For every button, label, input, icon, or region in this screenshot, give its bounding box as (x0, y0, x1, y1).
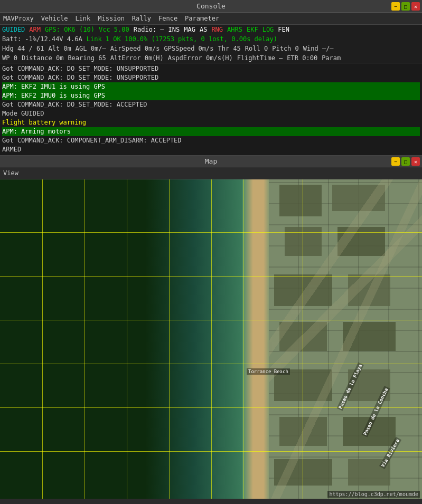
status-row-3: Hdg 44 / 61 Alt 0m AGL 0m/— AirSpeed 0m/… (0, 44, 422, 53)
map-minimize-button[interactable]: − (391, 157, 400, 166)
mag-status: MAG (184, 26, 195, 33)
bearing: Bearing 65 (68, 54, 106, 62)
menu-mission[interactable]: Mission (98, 15, 125, 22)
map-window: Map − □ ✕ View (0, 156, 422, 499)
ekf-status: EKF (247, 26, 258, 33)
status-area: GUIDED ARM GPS: OK6 (10) Vcc 5.00 Radio:… (0, 25, 422, 63)
status-row-2: Batt: -1%/12.44V 4.6A Link 1 OK 100.0% (… (0, 34, 422, 44)
log-status: LOG (262, 26, 274, 33)
radio-status: Radio: — (134, 26, 164, 33)
as-status: AS (200, 26, 207, 33)
map-title-bar: Map − □ ✕ (0, 156, 422, 167)
console-close-button[interactable]: ✕ (411, 2, 420, 11)
status-row-4: WP 0 Distance 0m Bearing 65 AltError 0m(… (0, 53, 422, 63)
ahrs-status: AHRS (227, 26, 242, 33)
console-line-arm: APM: Arming motors (2, 127, 420, 136)
throttle: Thr 45 (218, 45, 240, 52)
menu-parameter[interactable]: Parameter (185, 15, 219, 22)
console-output: Got COMMAND_ACK: DO_SET_MODE: UNSUPPORTE… (0, 63, 422, 156)
console-title: Console (196, 2, 226, 10)
console-line: Got COMMAND_ACK: DO_SET_MODE: UNSUPPORTE… (2, 73, 420, 82)
console-window-controls: − □ ✕ (391, 2, 420, 11)
grid-line-v3 (127, 179, 127, 499)
gps-status: GPS: OK6 (10) (45, 26, 95, 33)
waypoint: WP 0 (2, 54, 17, 62)
grid-line-v5 (211, 179, 212, 499)
map-window-controls: − □ ✕ (391, 157, 420, 166)
map-toolbar: View (0, 167, 422, 179)
grid-line-v6 (243, 179, 243, 499)
map-close-button[interactable]: ✕ (411, 157, 420, 166)
console-line-ekf0: APM: EKF2 IMU0 is using GPS (2, 91, 420, 100)
alt-error: AltError 0m(H) (110, 54, 164, 62)
grid-line-v1 (42, 179, 43, 499)
ins-status: INS (168, 26, 180, 33)
airspeed: AirSpeed 0m/s (110, 45, 160, 52)
menu-link[interactable]: Link (75, 15, 90, 22)
menu-rally[interactable]: Rally (132, 15, 151, 22)
menu-fence[interactable]: Fence (158, 15, 177, 22)
console-line: Got COMMAND_ACK: DO_SET_MODE: ACCEPTED (2, 100, 420, 109)
roll: Roll 0 (245, 45, 268, 52)
gpsspeed: GPSSpeed 0m/s (164, 45, 214, 52)
agl: AGL 0m/— (76, 45, 106, 52)
rng-status: RNG (211, 26, 223, 33)
wind: Wind —/— (303, 45, 334, 52)
console-line-mode: Mode GUIDED (2, 109, 420, 118)
vcc-status: Vcc 5.00 (99, 26, 129, 33)
console-line: Got COMMAND_ACK: COMPONENT_ARM_DISARM: A… (2, 136, 420, 145)
grid-line-v4 (169, 179, 170, 499)
etr: ETR 0:00 (287, 54, 317, 62)
grid-line-v2 (85, 179, 85, 499)
menu-vehicle[interactable]: Vehicle (41, 15, 68, 22)
battery-status: Batt: -1%/12.44V 4.6A (2, 35, 82, 43)
flight-mode: GUIDED (2, 26, 25, 33)
console-minimize-button[interactable]: − (391, 2, 400, 11)
map-attribution: https://blog.c3dp.net/moumde (327, 491, 420, 498)
map-view-label[interactable]: View (3, 169, 18, 177)
status-row-1: GUIDED ARM GPS: OK6 (10) Vcc 5.00 Radio:… (0, 25, 422, 34)
param: Param (322, 54, 341, 62)
menu-mavproxy[interactable]: MAVProxy (3, 15, 34, 22)
console-line: Got COMMAND_ACK: DO_SET_MODE: UNSUPPORTE… (2, 64, 420, 73)
map-title: Map (205, 157, 217, 165)
location-label-torrance: Torrance Beach (247, 368, 290, 375)
aspd-error: AspdError 0m/s(H) (168, 54, 233, 62)
console-maximize-button[interactable]: □ (401, 2, 410, 11)
link-status: Link 1 OK 100.0% (17253 pkts, 0 lost, 0.… (87, 35, 277, 43)
arm-status: ARM (29, 26, 41, 33)
map-container[interactable]: Paseo de la Playa Paseo de la Concha Via… (0, 179, 422, 499)
console-title-bar: Console − □ ✕ (0, 0, 422, 13)
heading: Hdg 44 / 61 (2, 45, 44, 52)
altitude: Alt 0m (48, 45, 71, 52)
console-line-battery: Flight battery warning (2, 118, 420, 127)
console-line-armed: ARMED (2, 145, 420, 154)
distance: Distance 0m (22, 54, 63, 62)
pitch: Pitch 0 (272, 45, 299, 52)
grid-line-v7 (303, 179, 303, 499)
fen-status: FEN (278, 26, 289, 33)
flight-time: FlightTime — (237, 54, 283, 62)
map-maximize-button[interactable]: □ (401, 157, 410, 166)
menu-bar: MAVProxy Vehicle Link Mission Rally Fenc… (0, 13, 422, 25)
console-line-ekf1: APM: EKF2 IMU1 is using GPS (2, 82, 420, 91)
